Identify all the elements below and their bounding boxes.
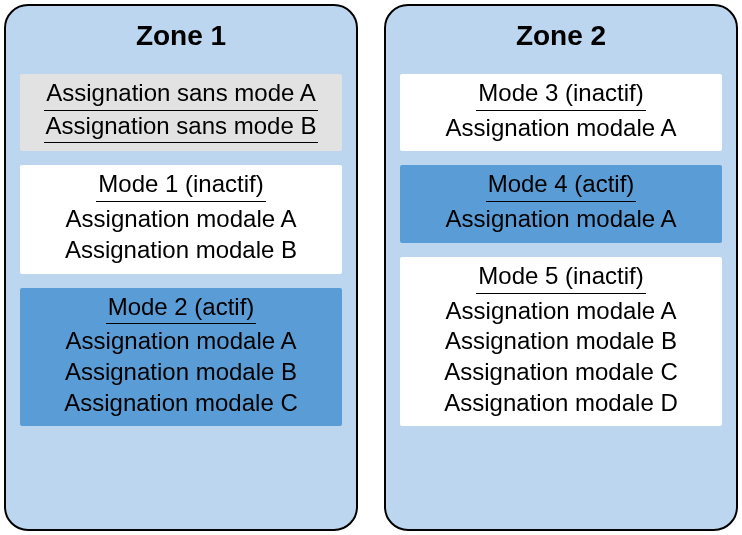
mode-header: Mode 3 (inactif) [476,78,645,111]
zone-1: Zone 1 Assignation sans mode A Assignati… [4,4,358,531]
mode-header: Mode 4 (actif) [486,169,637,202]
zone-title: Zone 1 [20,20,342,52]
mode-header: Mode 1 (inactif) [96,169,265,202]
mode-block-inactive: Mode 3 (inactif) Assignation modale A [400,74,722,151]
assignment-label: Assignation modale A [410,204,712,235]
assignment-label: Assignation modale A [30,326,332,357]
mode-block-active: Mode 4 (actif) Assignation modale A [400,165,722,242]
assignment-label: Assignation sans mode B [44,111,319,144]
modeless-assignments-block: Assignation sans mode A Assignation sans… [20,74,342,151]
mode-block-inactive: Mode 1 (inactif) Assignation modale A As… [20,165,342,273]
zone-2: Zone 2 Mode 3 (inactif) Assignation moda… [384,4,738,531]
assignment-label: Assignation modale A [410,113,712,144]
assignment-label: Assignation modale C [410,357,712,388]
mode-header: Mode 5 (inactif) [476,261,645,294]
assignment-label: Assignation modale B [410,326,712,357]
mode-block-active: Mode 2 (actif) Assignation modale A Assi… [20,288,342,427]
assignment-label: Assignation modale A [30,204,332,235]
assignment-label: Assignation modale B [30,235,332,266]
assignment-label: Assignation modale D [410,388,712,419]
assignment-label: Assignation modale B [30,357,332,388]
assignment-label: Assignation modale C [30,388,332,419]
mode-header: Mode 2 (actif) [106,292,257,325]
assignment-label: Assignation sans mode A [44,78,318,111]
zone-title: Zone 2 [400,20,722,52]
assignment-label: Assignation modale A [410,296,712,327]
mode-block-inactive: Mode 5 (inactif) Assignation modale A As… [400,257,722,427]
